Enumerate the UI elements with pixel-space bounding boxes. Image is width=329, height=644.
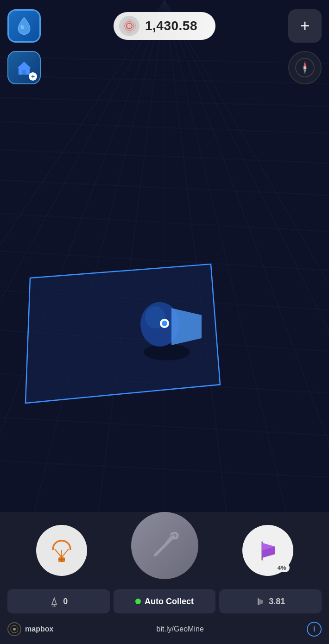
add-button[interactable]: + [288, 9, 322, 43]
compass-icon [295, 57, 315, 78]
bottom-panel: 4% 0 Auto Collect 3.81 [0, 512, 329, 644]
svg-marker-59 [258, 599, 263, 605]
active-dot [135, 599, 141, 604]
svg-line-46 [62, 549, 69, 557]
parachute-button[interactable] [36, 525, 87, 576]
svg-marker-54 [52, 598, 57, 605]
mapbox-brand: mapbox [7, 622, 53, 636]
water-drop-button[interactable] [7, 9, 41, 43]
home-plus-badge: + [29, 72, 37, 81]
score-bar: 1,430.58 [114, 12, 215, 40]
drops-value: 0 [63, 597, 68, 606]
parachute-icon [48, 537, 75, 564]
flag-badge: 4% [274, 563, 290, 572]
mapbox-label: mapbox [25, 625, 53, 633]
plus-label: + [300, 16, 310, 36]
svg-point-30 [162, 321, 167, 326]
water-drop-icon [15, 17, 33, 35]
svg-line-44 [55, 549, 62, 557]
top-hud: 1,430.58 + [0, 9, 329, 43]
flag-amount: 3.81 [269, 597, 285, 606]
flag-value-display: 3.81 [219, 589, 322, 613]
info-label: i [313, 625, 315, 633]
mine-button[interactable] [131, 512, 198, 579]
svg-point-61 [13, 628, 16, 631]
action-buttons-row: 4% [0, 512, 329, 584]
mapbox-logo [7, 622, 21, 636]
home-button[interactable]: + [7, 51, 41, 84]
footer-url: bit.ly/GeoMine [157, 625, 204, 633]
pickaxe-icon [146, 527, 183, 564]
flag-button[interactable]: 4% [242, 525, 293, 576]
radar-icon [119, 16, 139, 36]
drops-icon [49, 596, 59, 606]
score-value: 1,430.58 [145, 19, 197, 33]
footer-bar: mapbox bit.ly/GeoMine i [0, 617, 329, 644]
auto-collect-status[interactable]: Auto Collect [114, 589, 216, 613]
svg-rect-39 [22, 70, 26, 75]
svg-point-43 [304, 66, 306, 69]
compass-button[interactable] [288, 51, 322, 84]
flag-icon [255, 537, 281, 563]
auto-collect-label: Auto Collect [145, 597, 194, 606]
drops-counter: 0 [7, 589, 110, 613]
map-background[interactable] [0, 0, 329, 556]
info-button[interactable]: i [307, 622, 322, 637]
svg-point-26 [144, 344, 190, 360]
status-bar: 0 Auto Collect 3.81 [0, 584, 329, 617]
flag-small-icon [256, 597, 265, 606]
